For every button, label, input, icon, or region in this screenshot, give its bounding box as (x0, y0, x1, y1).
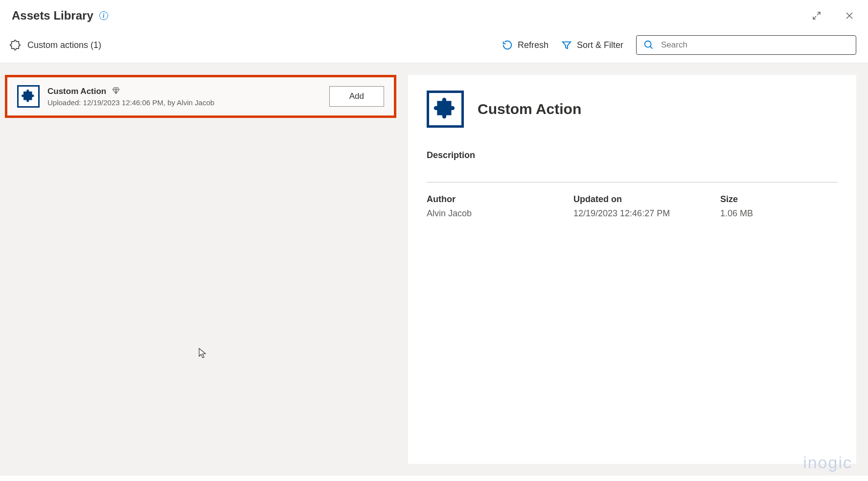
add-button[interactable]: Add (329, 86, 384, 107)
author-field: Author Alvin Jacob (427, 194, 544, 219)
list-item-text: Custom Action Uploaded: 12/19/2023 12:46… (47, 87, 214, 107)
detail-header: Custom Action (427, 91, 838, 128)
detail-meta: Author Alvin Jacob Updated on 12/19/2023… (427, 194, 838, 219)
dialog-header: Assets Library i (0, 0, 868, 29)
toolbar-right: Refresh Sort & Filter (502, 35, 856, 55)
expand-button[interactable] (810, 9, 823, 22)
page-title: Assets Library (12, 9, 93, 23)
list-item-title-row: Custom Action (47, 87, 214, 96)
detail-panel: Custom Action Description Author Alvin J… (408, 75, 856, 464)
search-icon (643, 40, 654, 50)
updated-field: Updated on 12/19/2023 12:46:27 PM (573, 194, 691, 219)
search-input[interactable] (661, 40, 849, 50)
sort-filter-label: Sort & Filter (577, 40, 623, 50)
custom-actions-tab[interactable]: Custom actions (1) (27, 40, 101, 50)
filter-icon (561, 40, 572, 50)
size-field: Size 1.06 MB (720, 194, 753, 219)
list-item-title: Custom Action (47, 87, 106, 96)
author-value: Alvin Jacob (427, 208, 544, 219)
detail-title: Custom Action (478, 101, 581, 117)
puzzle-icon (427, 91, 464, 128)
header-right (810, 9, 856, 23)
updated-value: 12/19/2023 12:46:27 PM (573, 208, 691, 219)
author-label: Author (427, 194, 544, 205)
toolbar: Custom actions (1) Refresh Sort & Filter (0, 29, 868, 63)
svg-point-0 (645, 41, 651, 47)
puzzle-icon (17, 85, 40, 108)
list-panel: Custom Action Uploaded: 12/19/2023 12:46… (0, 63, 402, 476)
list-item-left: Custom Action Uploaded: 12/19/2023 12:46… (17, 85, 214, 108)
header-left: Assets Library i (12, 9, 108, 23)
close-icon (845, 11, 854, 21)
close-button[interactable] (843, 9, 856, 23)
list-item[interactable]: Custom Action Uploaded: 12/19/2023 12:46… (5, 75, 396, 118)
updated-label: Updated on (573, 194, 691, 205)
description-label: Description (427, 150, 838, 160)
search-box[interactable] (636, 35, 856, 55)
expand-icon (812, 11, 821, 20)
content-area: Custom Action Uploaded: 12/19/2023 12:46… (0, 63, 868, 476)
size-value: 1.06 MB (720, 208, 753, 219)
watermark: inogic (803, 453, 852, 472)
premium-icon (112, 87, 120, 96)
sort-filter-button[interactable]: Sort & Filter (561, 40, 623, 50)
info-icon[interactable]: i (99, 11, 108, 20)
refresh-label: Refresh (518, 40, 548, 50)
size-label: Size (720, 194, 753, 205)
toolbar-left: Custom actions (1) (10, 40, 101, 50)
puzzle-icon (10, 40, 21, 50)
refresh-icon (502, 40, 513, 50)
refresh-button[interactable]: Refresh (502, 40, 548, 50)
list-item-subtitle: Uploaded: 12/19/2023 12:46:06 PM, by Alv… (47, 98, 214, 107)
divider (427, 182, 838, 183)
